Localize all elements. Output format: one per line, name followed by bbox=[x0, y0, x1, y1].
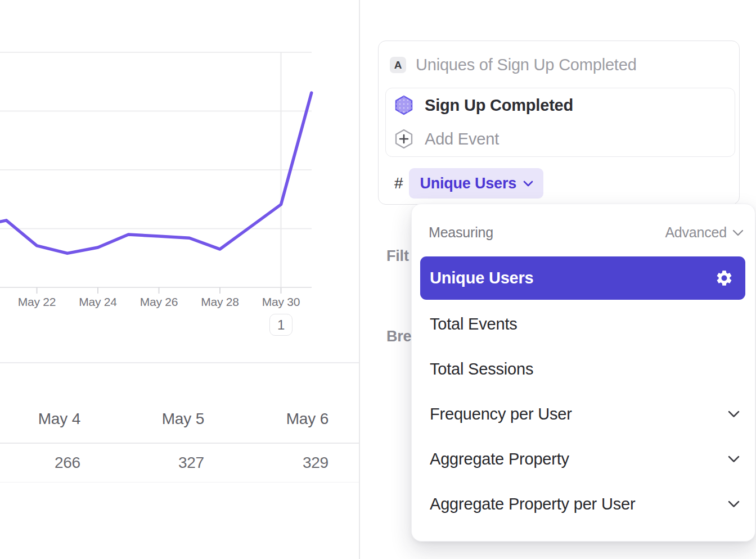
menu-item-label: Total Events bbox=[430, 315, 518, 333]
measurement-dropdown-trigger[interactable]: Unique Users bbox=[409, 168, 543, 199]
chevron-down-icon bbox=[728, 411, 740, 418]
menu-item-frequency-per-user[interactable]: Frequency per User bbox=[412, 391, 755, 436]
menu-item-label: Frequency per User bbox=[430, 405, 572, 423]
measurement-label: Unique Users bbox=[420, 175, 516, 192]
pagination-page-badge[interactable]: 1 bbox=[269, 314, 292, 336]
table-col-header: May 6 bbox=[205, 410, 330, 428]
query-builder-card: A Uniques of Sign Up Completed Sign Up C… bbox=[378, 40, 740, 205]
menu-item-label: Aggregate Property bbox=[430, 450, 569, 468]
event-row-sign-up-completed[interactable]: Sign Up Completed bbox=[386, 88, 735, 122]
x-tick-label: May 26 bbox=[140, 295, 178, 309]
chevron-down-icon bbox=[728, 456, 740, 463]
gear-icon[interactable] bbox=[715, 269, 734, 287]
menu-item-unique-users[interactable]: Unique Users bbox=[420, 256, 745, 300]
breakdown-section-heading: Bre bbox=[386, 328, 411, 345]
advanced-mode-toggle[interactable]: Advanced bbox=[665, 224, 744, 241]
x-tick-label: May 28 bbox=[201, 295, 239, 309]
table-value-row: 266 327 329 bbox=[0, 444, 359, 483]
chevron-down-icon bbox=[732, 229, 744, 236]
chevron-down-icon bbox=[523, 181, 533, 187]
event-list-card: Sign Up Completed Add Event bbox=[385, 88, 735, 157]
measuring-dropdown-menu: Measuring Advanced Unique Users Total Ev… bbox=[411, 204, 755, 542]
query-title-row: A Uniques of Sign Up Completed bbox=[390, 56, 637, 74]
menu-item-aggregate-property-per-user[interactable]: Aggregate Property per User bbox=[412, 481, 755, 526]
add-event-icon bbox=[395, 129, 413, 149]
table-cell-value: 327 bbox=[82, 454, 205, 472]
x-tick-label: May 30 bbox=[262, 295, 300, 309]
panel-divider bbox=[359, 0, 360, 559]
advanced-label: Advanced bbox=[665, 224, 727, 241]
series-a-badge[interactable]: A bbox=[390, 57, 406, 73]
table-header-row: May 4 May 5 May 6 bbox=[0, 362, 359, 444]
add-event-label: Add Event bbox=[425, 130, 499, 148]
menu-item-label: Aggregate Property per User bbox=[430, 495, 635, 513]
table-col-header: May 4 bbox=[0, 410, 82, 428]
query-title: Uniques of Sign Up Completed bbox=[416, 56, 637, 74]
menu-item-total-events[interactable]: Total Events bbox=[412, 301, 755, 346]
table-cell-value: 329 bbox=[205, 454, 330, 472]
x-tick-label: May 22 bbox=[18, 295, 56, 309]
measuring-menu-header: Measuring Advanced bbox=[429, 224, 744, 241]
menu-item-aggregate-property[interactable]: Aggregate Property bbox=[412, 436, 755, 481]
table-col-header: May 5 bbox=[82, 410, 205, 428]
measuring-menu-list: Total Events Total Sessions Frequency pe… bbox=[412, 301, 755, 526]
filter-section-heading: Filt bbox=[386, 247, 409, 265]
menu-item-total-sessions[interactable]: Total Sessions bbox=[412, 346, 755, 391]
measure-hash-symbol: # bbox=[394, 174, 403, 192]
x-tick-label: May 24 bbox=[79, 295, 117, 309]
menu-item-label: Total Sessions bbox=[430, 360, 533, 378]
line-chart bbox=[0, 0, 360, 313]
menu-item-label: Unique Users bbox=[430, 269, 534, 287]
measurement-row: # Unique Users bbox=[394, 168, 543, 199]
event-name: Sign Up Completed bbox=[425, 96, 573, 115]
add-event-button[interactable]: Add Event bbox=[386, 122, 735, 156]
analytics-screen: May 22May 24May 26May 28May 30 1 May 4 M… bbox=[0, 0, 756, 559]
event-hexagon-icon bbox=[395, 95, 413, 115]
table-cell-value: 266 bbox=[0, 454, 82, 472]
measuring-label: Measuring bbox=[429, 224, 493, 241]
chevron-down-icon bbox=[728, 501, 740, 508]
chart-data-table: May 4 May 5 May 6 266 327 329 bbox=[0, 362, 359, 483]
